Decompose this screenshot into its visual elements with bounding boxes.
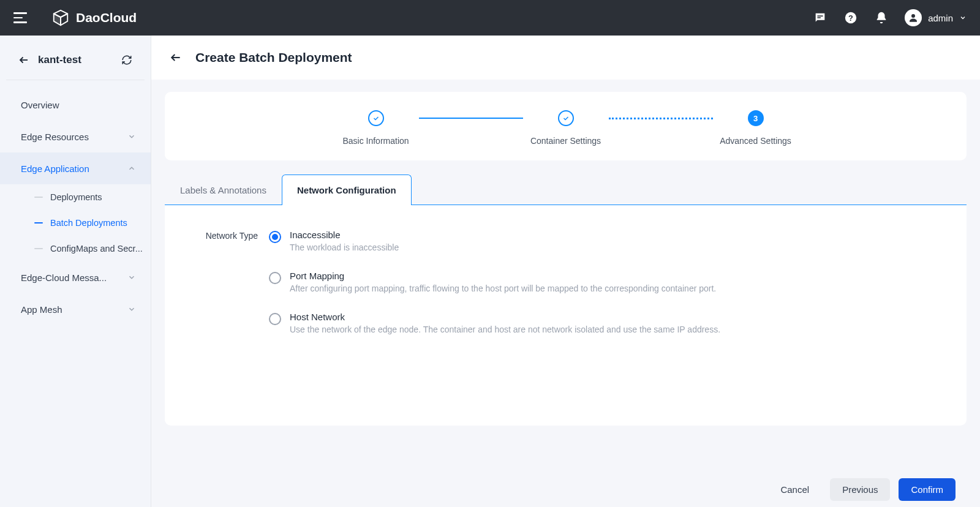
sidebar-item-overview[interactable]: Overview xyxy=(0,89,151,121)
step-basic-information[interactable]: Basic Information xyxy=(315,110,437,146)
check-icon xyxy=(368,110,384,126)
sidebar-sub-configmaps[interactable]: ConfigMaps and Secr... xyxy=(0,236,151,261)
hamburger-menu-icon[interactable] xyxy=(13,12,27,23)
cube-icon xyxy=(51,9,70,27)
avatar-icon xyxy=(905,9,922,26)
cancel-button[interactable]: Cancel xyxy=(768,478,821,501)
form-row-network-type: Network Type Inaccessible The workload i… xyxy=(195,230,936,334)
page-header: Create Batch Deployment xyxy=(151,36,980,80)
radio-desc: Use the network of the edge node. The co… xyxy=(290,325,720,334)
network-type-label: Network Type xyxy=(195,230,269,241)
user-name: admin xyxy=(928,13,953,23)
radio-title: Inaccessible xyxy=(290,230,399,240)
sidebar-item-label: Edge-Cloud Messa... xyxy=(21,272,107,283)
sidebar-sub-label: Deployments xyxy=(50,192,102,202)
radio-port-mapping[interactable]: Port Mapping After configuring port mapp… xyxy=(269,271,936,293)
radio-icon xyxy=(269,272,281,284)
page-title: Create Batch Deployment xyxy=(195,50,352,65)
sidebar-item-app-mesh[interactable]: App Mesh xyxy=(0,293,151,325)
sidebar-item-edge-application[interactable]: Edge Application xyxy=(0,152,151,184)
step-number: 3 xyxy=(748,110,764,126)
sidebar-item-label: Overview xyxy=(21,100,59,110)
refresh-icon[interactable] xyxy=(121,54,132,66)
sidebar-item-label: App Mesh xyxy=(21,304,62,315)
sidebar-subnav-edge-application: Deployments Batch Deployments ConfigMaps… xyxy=(0,184,151,261)
radio-title: Port Mapping xyxy=(290,271,716,281)
sidebar-item-edge-cloud[interactable]: Edge-Cloud Messa... xyxy=(0,261,151,293)
sidebar-sub-batch-deployments[interactable]: Batch Deployments xyxy=(0,210,151,236)
sidebar-sub-deployments[interactable]: Deployments xyxy=(0,184,151,210)
chat-icon[interactable] xyxy=(813,10,827,25)
radio-host-network[interactable]: Host Network Use the network of the edge… xyxy=(269,312,936,334)
step-label: Advanced Settings xyxy=(720,136,791,146)
brand-logo[interactable]: DaoCloud xyxy=(51,9,137,27)
help-icon[interactable]: ? xyxy=(843,10,858,25)
tab-network-configuration[interactable]: Network Configuration xyxy=(282,175,412,205)
workspace-title: kant-test xyxy=(38,54,121,66)
topbar: DaoCloud ? admin xyxy=(0,0,980,36)
footer-actions: Cancel Previous Confirm xyxy=(768,478,956,501)
radio-inaccessible[interactable]: Inaccessible The workload is inaccessibl… xyxy=(269,230,936,252)
step-container-settings[interactable]: Container Settings xyxy=(505,110,627,146)
svg-rect-1 xyxy=(818,17,821,18)
tab-panel-network: Network Type Inaccessible The workload i… xyxy=(165,205,967,426)
sidebar-item-label: Edge Application xyxy=(21,163,89,174)
chevron-down-icon xyxy=(127,132,136,141)
sidebar-sub-label: ConfigMaps and Secr... xyxy=(50,244,143,254)
radio-icon xyxy=(269,313,281,325)
svg-text:?: ? xyxy=(848,13,853,23)
tabs: Labels & Annotations Network Configurati… xyxy=(165,174,967,205)
step-label: Container Settings xyxy=(530,136,601,146)
stepper: Basic Information Container Settings 3 A… xyxy=(165,110,967,146)
radio-desc: After configuring port mapping, traffic … xyxy=(290,284,716,293)
svg-point-4 xyxy=(911,14,915,18)
dash-icon xyxy=(34,222,43,223)
stepper-card: Basic Information Container Settings 3 A… xyxy=(165,92,967,160)
radio-icon xyxy=(269,231,281,243)
chevron-down-icon xyxy=(127,273,136,282)
step-label: Basic Information xyxy=(342,136,409,146)
radio-title: Host Network xyxy=(290,312,720,322)
workspace-back-icon[interactable] xyxy=(18,54,29,66)
sidebar-item-label: Edge Resources xyxy=(21,132,89,142)
workspace-selector: kant-test xyxy=(6,48,145,80)
svg-rect-0 xyxy=(818,15,823,17)
confirm-button[interactable]: Confirm xyxy=(899,478,956,501)
bell-icon[interactable] xyxy=(874,10,889,25)
previous-button[interactable]: Previous xyxy=(830,478,890,501)
radio-desc: The workload is inaccessible xyxy=(290,242,399,252)
check-icon xyxy=(558,110,574,126)
sidebar: kant-test Overview Edge Resources Edge A… xyxy=(0,36,151,507)
chevron-down-icon xyxy=(127,305,136,314)
sidebar-sub-label: Batch Deployments xyxy=(50,218,127,228)
brand-name: DaoCloud xyxy=(76,10,137,25)
sidebar-nav: Overview Edge Resources Edge Application… xyxy=(0,80,151,325)
chevron-up-icon xyxy=(127,164,136,173)
dash-icon xyxy=(34,248,43,249)
page-back-icon[interactable] xyxy=(170,51,182,64)
tab-labels-annotations[interactable]: Labels & Annotations xyxy=(165,175,282,205)
step-advanced-settings[interactable]: 3 Advanced Settings xyxy=(695,110,817,146)
chevron-down-icon xyxy=(959,14,967,21)
sidebar-item-edge-resources[interactable]: Edge Resources xyxy=(0,121,151,152)
network-type-options: Inaccessible The workload is inaccessibl… xyxy=(269,230,936,334)
main: Create Batch Deployment Basic Informatio… xyxy=(151,36,980,507)
dash-icon xyxy=(34,197,43,198)
user-menu[interactable]: admin xyxy=(905,9,967,26)
